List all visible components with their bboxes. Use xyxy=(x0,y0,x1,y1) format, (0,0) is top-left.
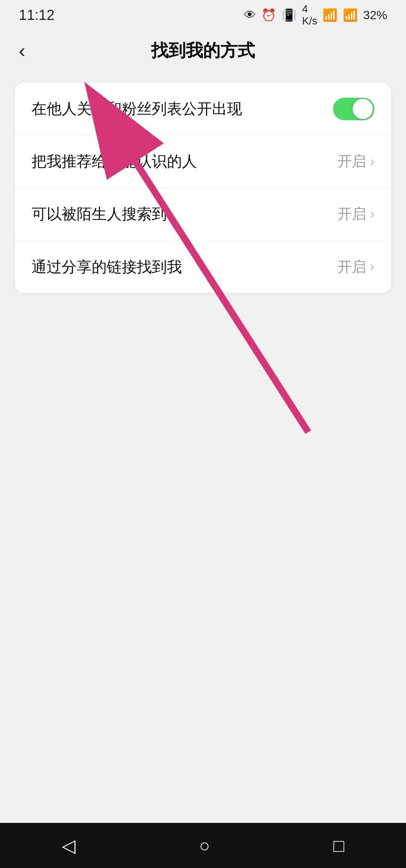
status-icons: 👁 ⏰ 📳 4K/s 📶 📶 32% xyxy=(244,3,387,27)
row-right-public-in-lists xyxy=(333,98,374,120)
status-time: 11:12 xyxy=(19,7,55,23)
row-right-recommend: 开启 › xyxy=(338,152,374,171)
row-value-searchable: 开启 xyxy=(338,204,366,224)
chevron-recommend: › xyxy=(370,154,374,169)
row-label-searchable: 可以被陌生人搜索到 xyxy=(32,204,167,224)
settings-row-searchable[interactable]: 可以被陌生人搜索到 开启 › xyxy=(15,188,391,240)
battery-percent: 32% xyxy=(363,8,387,22)
signal-icon: 📶 xyxy=(343,8,358,22)
page-title: 找到我的方式 xyxy=(151,39,255,62)
settings-row-public-in-lists[interactable]: 在他人关注和粉丝列表公开出现 xyxy=(15,83,391,135)
eye-icon: 👁 xyxy=(244,8,256,22)
row-label-public-in-lists: 在他人关注和粉丝列表公开出现 xyxy=(32,98,242,119)
chevron-searchable: › xyxy=(370,206,374,222)
alarm-icon: ⏰ xyxy=(261,8,276,22)
back-button[interactable]: ‹ xyxy=(19,39,25,62)
chevron-share-link: › xyxy=(370,259,374,275)
recent-nav-button[interactable]: □ xyxy=(333,835,344,856)
main-content: 在他人关注和粉丝列表公开出现 把我推荐给可能认识的人 开启 › 可以被陌生人搜索… xyxy=(0,71,406,304)
nav-bar: ‹ 找到我的方式 xyxy=(0,30,406,71)
back-nav-button[interactable]: ◁ xyxy=(62,835,76,856)
home-nav-button[interactable]: ○ xyxy=(199,835,210,856)
wifi-icon: 📶 xyxy=(323,8,338,22)
toggle-knob-public-in-lists xyxy=(353,99,373,119)
row-value-recommend: 开启 xyxy=(338,152,366,171)
row-right-share-link: 开启 › xyxy=(338,257,374,277)
toggle-public-in-lists[interactable] xyxy=(333,98,374,120)
row-right-searchable: 开启 › xyxy=(338,204,374,224)
settings-row-recommend[interactable]: 把我推荐给可能认识的人 开启 › xyxy=(15,135,391,188)
row-value-share-link: 开启 xyxy=(338,257,366,277)
bottom-bar: ◁ ○ □ xyxy=(0,823,406,868)
status-bar: 11:12 👁 ⏰ 📳 4K/s 📶 📶 32% xyxy=(0,0,406,30)
settings-row-share-link[interactable]: 通过分享的链接找到我 开启 › xyxy=(15,240,391,293)
settings-card: 在他人关注和粉丝列表公开出现 把我推荐给可能认识的人 开启 › 可以被陌生人搜索… xyxy=(15,83,391,293)
row-label-recommend: 把我推荐给可能认识的人 xyxy=(32,151,197,172)
row-label-share-link: 通过分享的链接找到我 xyxy=(32,257,182,277)
vibrate-icon: 📳 xyxy=(282,8,297,22)
network-icon: 4K/s xyxy=(302,3,317,27)
